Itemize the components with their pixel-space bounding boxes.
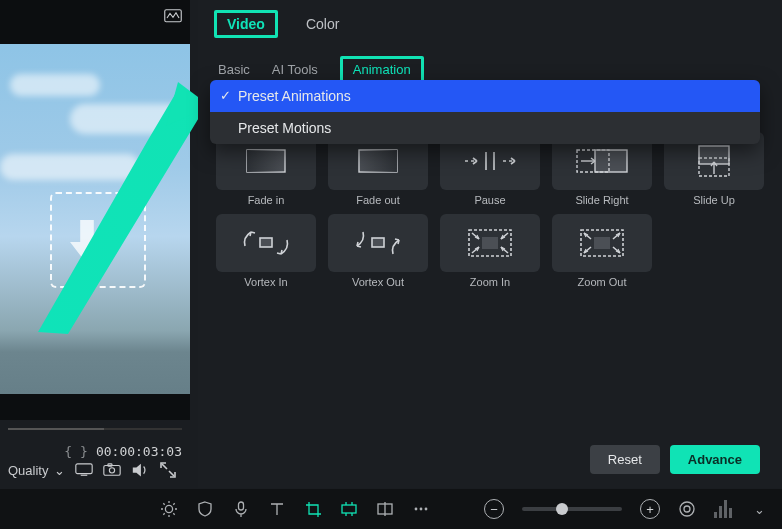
svg-rect-10 bbox=[359, 150, 397, 172]
mic-icon[interactable] bbox=[232, 500, 250, 518]
zoom-slider-knob[interactable] bbox=[556, 503, 568, 515]
svg-rect-0 bbox=[165, 10, 182, 22]
svg-point-23 bbox=[165, 505, 172, 512]
dropdown-item-preset-animations[interactable]: Preset Animations bbox=[210, 80, 760, 112]
text-icon[interactable] bbox=[268, 500, 286, 518]
svg-rect-15 bbox=[699, 146, 729, 164]
brightness-icon[interactable] bbox=[160, 500, 178, 518]
anim-zoom-out[interactable]: Zoom Out bbox=[548, 214, 656, 288]
annotation-highlight-video: Video bbox=[214, 10, 278, 38]
camera-icon[interactable] bbox=[103, 463, 121, 477]
svg-rect-8 bbox=[247, 150, 285, 172]
placeholder-number: 3 bbox=[115, 200, 134, 239]
svg-point-29 bbox=[420, 508, 423, 511]
zoom-out-button[interactable]: − bbox=[484, 499, 504, 519]
timeline-scrub[interactable] bbox=[8, 428, 182, 430]
fit-icon[interactable] bbox=[678, 500, 696, 518]
anim-label: Vortex Out bbox=[352, 276, 404, 288]
fullscreen-icon[interactable] bbox=[159, 463, 177, 477]
top-tabs: Video Color bbox=[198, 0, 782, 44]
subtab-ai-tools[interactable]: AI Tools bbox=[272, 62, 318, 77]
waveform-icon[interactable] bbox=[164, 9, 182, 23]
cast-icon[interactable] bbox=[75, 463, 93, 477]
shield-icon[interactable] bbox=[196, 500, 214, 518]
anim-label: Pause bbox=[474, 194, 505, 206]
preset-dropdown[interactable]: Preset Animations Preset Motions bbox=[210, 80, 760, 144]
preview-framebar bbox=[0, 0, 190, 32]
svg-rect-18 bbox=[372, 238, 384, 247]
anim-label: Fade in bbox=[248, 194, 285, 206]
svg-point-30 bbox=[425, 508, 428, 511]
reset-button[interactable]: Reset bbox=[590, 445, 660, 474]
zoom-slider[interactable] bbox=[522, 507, 622, 511]
equalizer-icon[interactable] bbox=[714, 500, 732, 518]
preview-image: 3 bbox=[0, 44, 190, 394]
preview-placeholder: 3 bbox=[50, 192, 146, 288]
anim-label: Fade out bbox=[356, 194, 399, 206]
svg-rect-25 bbox=[342, 505, 356, 513]
svg-point-28 bbox=[415, 508, 418, 511]
bottom-buttons: Reset Advance bbox=[590, 445, 760, 474]
anim-label: Vortex In bbox=[244, 276, 287, 288]
advance-button[interactable]: Advance bbox=[670, 445, 760, 474]
expand-icon[interactable] bbox=[340, 500, 358, 518]
svg-point-5 bbox=[110, 468, 115, 473]
more-icon[interactable] bbox=[412, 500, 430, 518]
subtab-basic[interactable]: Basic bbox=[218, 62, 250, 77]
anim-label: Slide Right bbox=[575, 194, 628, 206]
bottom-toolbar: − + ⌄ bbox=[0, 489, 782, 529]
animations-grid: Fade in Fade out Pause Slide Right Slide… bbox=[212, 132, 764, 288]
inspector-pane: Video Color Basic AI Tools Animation Pre… bbox=[198, 0, 782, 488]
svg-point-32 bbox=[684, 506, 690, 512]
anim-label: Slide Up bbox=[693, 194, 735, 206]
svg-rect-4 bbox=[104, 466, 120, 476]
annotation-highlight-animation: Animation bbox=[340, 56, 424, 83]
quality-dropdown[interactable]: Quality ⌄ bbox=[8, 463, 65, 478]
dropdown-item-preset-motions[interactable]: Preset Motions bbox=[210, 112, 760, 144]
tab-video[interactable]: Video bbox=[227, 16, 265, 32]
anim-label: Zoom In bbox=[470, 276, 510, 288]
preview-bottom-row: Quality ⌄ bbox=[0, 454, 190, 486]
subtab-animation[interactable]: Animation bbox=[353, 62, 411, 77]
anim-zoom-in[interactable]: Zoom In bbox=[436, 214, 544, 288]
toolbar-chevron-down-icon[interactable]: ⌄ bbox=[750, 500, 768, 518]
crop-icon[interactable] bbox=[304, 500, 322, 518]
arrow-down-icon bbox=[70, 220, 104, 264]
svg-rect-24 bbox=[239, 502, 244, 510]
anim-vortex-out[interactable]: Vortex Out bbox=[324, 214, 432, 288]
svg-rect-17 bbox=[260, 238, 272, 247]
svg-rect-3 bbox=[76, 464, 92, 474]
preview-pane: 3 bbox=[0, 0, 190, 420]
quality-label: Quality bbox=[8, 463, 48, 478]
anim-label: Zoom Out bbox=[578, 276, 627, 288]
svg-rect-20 bbox=[482, 237, 498, 249]
svg-rect-13 bbox=[595, 150, 627, 172]
svg-rect-22 bbox=[594, 237, 610, 249]
split-icon[interactable] bbox=[376, 500, 394, 518]
tab-color[interactable]: Color bbox=[306, 16, 339, 32]
svg-point-31 bbox=[680, 502, 694, 516]
chevron-down-icon: ⌄ bbox=[54, 463, 65, 478]
anim-vortex-in[interactable]: Vortex In bbox=[212, 214, 320, 288]
zoom-in-button[interactable]: + bbox=[640, 499, 660, 519]
speaker-icon[interactable] bbox=[131, 463, 149, 477]
